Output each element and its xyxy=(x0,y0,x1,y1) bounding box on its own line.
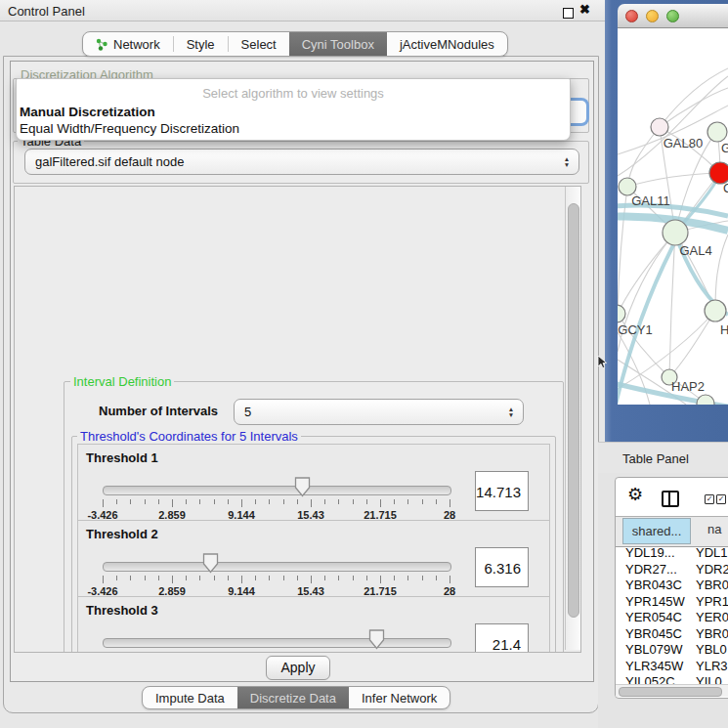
number-of-intervals-spinner[interactable]: 5 ▲▼ xyxy=(234,399,524,425)
column-header-shared-name[interactable]: shared... xyxy=(622,518,691,544)
slider-tick xyxy=(436,652,437,653)
slider-tick xyxy=(394,652,395,653)
table-row[interactable]: YPR145WYPR1 xyxy=(616,594,728,611)
tab-discretize-data[interactable]: Discretize Data xyxy=(237,687,349,708)
table-header-row: shared... na xyxy=(616,516,728,547)
table-row[interactable]: YDR27...YDR2 xyxy=(616,562,728,578)
slider-tick xyxy=(199,499,200,504)
slider-tick xyxy=(241,576,242,583)
float-icon[interactable] xyxy=(563,8,574,19)
threshold-value-field[interactable]: 6.316 xyxy=(475,547,529,587)
threshold-value-field[interactable]: 21.4 xyxy=(475,623,529,653)
close-icon[interactable]: ✖ xyxy=(579,2,590,17)
table-hscrollbar[interactable] xyxy=(616,684,728,697)
tab-cyni-toolbox[interactable]: Cyni Toolbox xyxy=(289,32,387,56)
slider-tick xyxy=(116,576,117,580)
table-row[interactable]: YLR345WYLR3 xyxy=(616,659,728,675)
mouse-cursor xyxy=(597,356,608,369)
spinner-arrows-icon[interactable]: ▲▼ xyxy=(559,156,578,167)
slider-tick xyxy=(199,652,200,653)
cell-name: YBL0 xyxy=(696,642,727,657)
split-columns-icon[interactable] xyxy=(662,491,679,507)
network-node-gcy1[interactable] xyxy=(618,305,625,322)
table-row[interactable]: YER054CYER0 xyxy=(616,610,728,626)
tab-jactivemnodules[interactable]: jActiveMNodules xyxy=(387,32,507,56)
cell-shared-name: YDL19... xyxy=(625,545,675,560)
table-panel: ⚙ ✓ ✓ shared... na YDL19...YDL1YDR27...Y… xyxy=(615,477,728,699)
slider-tick xyxy=(450,652,450,653)
slider-tick xyxy=(324,576,325,580)
table-row[interactable]: YBL079WYBL0 xyxy=(616,642,728,659)
slider-tick xyxy=(407,499,408,504)
slider-tick xyxy=(407,652,408,653)
slider-handle[interactable] xyxy=(201,552,220,574)
tab-label: Infer Network xyxy=(362,691,437,706)
algorithm-dropdown-popup: Select algorithm to view settings Manual… xyxy=(16,78,571,141)
scrollbar-thumb[interactable] xyxy=(619,687,722,697)
network-canvas[interactable]: GAL80GCGAL11GAL4GCY1HHAP2 xyxy=(618,28,728,405)
tab-infer-network[interactable]: Infer Network xyxy=(349,687,450,708)
node-label: GAL4 xyxy=(679,243,711,258)
slider-tick xyxy=(338,652,339,653)
node-label: GCY1 xyxy=(618,322,652,337)
settings-scrollbar[interactable] xyxy=(565,187,580,650)
tab-label: jActiveMNodules xyxy=(400,37,494,52)
slider-tick xyxy=(297,499,298,504)
slider-tick xyxy=(366,652,367,653)
slider-tick xyxy=(366,576,367,580)
spinner-arrows-icon[interactable]: ▲▼ xyxy=(503,407,523,417)
network-node-gal4[interactable] xyxy=(663,220,688,245)
tab-label: Style xyxy=(187,37,215,52)
threshold-value-field[interactable]: 14.713 xyxy=(475,471,529,511)
slider-tick xyxy=(353,499,354,504)
slider-handle[interactable] xyxy=(293,476,312,497)
table-row[interactable]: YDL19...YDL1 xyxy=(616,545,728,562)
slider-tick xyxy=(145,652,146,653)
slider-tick xyxy=(380,652,381,653)
cell-shared-name: YER054C xyxy=(625,610,682,624)
checkbox-icon[interactable]: ✓ xyxy=(716,494,726,504)
slider-tick xyxy=(394,499,395,504)
control-panel-tabs: NetworkStyleSelectCyni ToolboxjActiveMNo… xyxy=(82,31,508,57)
table-data-combobox[interactable]: galFiltered.sif default node ▲▼ xyxy=(24,149,579,175)
table-row[interactable]: YBR045CYBR0 xyxy=(616,626,728,643)
slider-tick xyxy=(116,499,117,504)
algorithm-hint-item[interactable]: Select algorithm to view settings xyxy=(17,86,570,101)
network-node-g[interactable] xyxy=(707,122,727,142)
tab-select[interactable]: Select xyxy=(229,32,289,56)
tab-style[interactable]: Style xyxy=(174,32,228,56)
network-node[interactable] xyxy=(697,395,714,405)
table-row[interactable]: YBR043CYBR0 xyxy=(616,578,728,594)
network-node-gal80[interactable] xyxy=(651,118,668,136)
minimize-light[interactable] xyxy=(646,10,659,22)
slider-tick xyxy=(380,499,381,507)
network-node-h[interactable] xyxy=(705,300,726,321)
scrollbar-thumb[interactable] xyxy=(568,203,579,618)
tab-network[interactable]: Network xyxy=(83,32,173,56)
gear-icon[interactable]: ⚙ xyxy=(627,484,643,505)
zoom-light[interactable] xyxy=(666,10,679,22)
slider-track[interactable] xyxy=(103,486,451,495)
column-header-name[interactable]: na xyxy=(707,522,721,536)
tab-impute-data[interactable]: Impute Data xyxy=(143,687,237,708)
slider-tick xyxy=(255,576,256,580)
slider-handle[interactable] xyxy=(367,628,386,650)
slider-tick xyxy=(158,576,159,580)
table-body: YDL19...YDL1YDR27...YDR2YBR043CYBR0YPR14… xyxy=(616,545,728,686)
slider-tick xyxy=(297,652,298,653)
apply-button[interactable]: Apply xyxy=(266,656,330,680)
network-window-titlebar[interactable] xyxy=(618,4,728,28)
slider-track[interactable] xyxy=(103,638,451,648)
cell-shared-name: YBR043C xyxy=(625,578,682,592)
number-of-intervals-label: Number of Intervals xyxy=(99,404,218,418)
algorithm-combobox-fragment[interactable] xyxy=(570,98,589,126)
close-light[interactable] xyxy=(625,10,638,22)
slider-track[interactable] xyxy=(103,562,451,572)
slider-tick xyxy=(269,576,270,580)
checkbox-icon[interactable]: ✓ xyxy=(705,494,714,504)
cell-shared-name: YDR27... xyxy=(625,562,677,577)
cell-shared-name: YBL079W xyxy=(625,642,683,657)
threshold-row: Threshold 3-3.4262.8599.14415.4321.71528… xyxy=(77,596,550,653)
algorithm-option[interactable]: Equal Width/Frequency Discretization xyxy=(20,121,239,136)
algorithm-option[interactable]: Manual Discretization xyxy=(20,105,155,119)
